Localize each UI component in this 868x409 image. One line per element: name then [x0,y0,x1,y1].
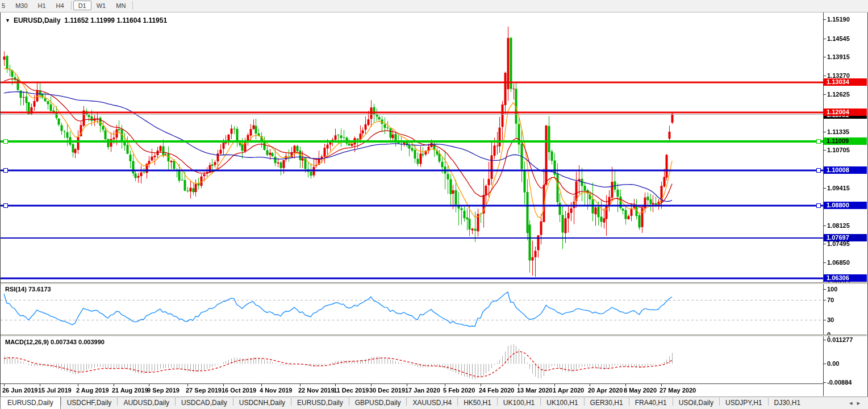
level-price-badge: 1.12004 [824,108,867,116]
date-axis-tick-label: 22 Nov 2019 [298,387,335,394]
date-axis-tick-label: 9 Sep 2019 [147,387,180,394]
chart-tab-uk100-h1[interactable]: UK100,H1 [541,397,583,408]
date-axis-tick-label: 5 Feb 2020 [443,387,475,394]
chart-tab-usdchf-daily[interactable]: USDCHF,Daily [61,397,118,408]
date-axis-tick-label: 24 Feb 2020 [479,387,514,394]
timeframe-button-d1[interactable]: D1 [73,1,91,10]
tabs-scroll-left-icon[interactable]: ◂ [849,399,857,406]
date-axis-tick-label: 13 Mar 2020 [517,387,552,394]
timeframe-toolbar: 5M30H1H4D1W1MN [0,0,868,12]
rsi-axis-tick-label: 70 [827,297,867,303]
pane-separator[interactable] [1,282,867,284]
chart-tab-audusd-daily[interactable]: AUDUSD,Daily [118,397,175,408]
date-axis-tick-label: 15 Jul 2019 [38,387,72,394]
chart-tab-dj30-h1[interactable]: DJ30,H1 [769,397,807,408]
chart-tab-xauusd-h4[interactable]: XAUUSD,H4 [407,397,457,408]
timeframe-button-m30[interactable]: M30 [10,1,32,10]
chart-tab-hk50-h1[interactable]: HK50,H1 [458,397,497,408]
level-price-badge: 1.11009 [824,137,867,145]
chart-dropdown-icon[interactable]: ▼ [5,18,10,23]
level-price-badge: 1.06306 [824,274,867,282]
macd-label: MACD(12,26,9) 0.007343 0.003990 [5,339,105,345]
price-axis-tick-label: 1.15190 [827,16,867,23]
chart-tab-usdcad-daily[interactable]: USDCAD,Daily [176,397,233,408]
price-axis-tick-label: 1.11335 [827,128,867,135]
chart-symbol-period: EURUSD,Daily [14,16,61,24]
level-price-badge: 1.07697 [824,234,867,241]
chart-tab-usdcnh-daily[interactable]: USDCNH,Daily [233,397,291,408]
pane-separator[interactable] [1,335,867,336]
chart-tab-eurusd-daily[interactable]: EURUSD,Daily [0,397,61,409]
timeframe-button-h1[interactable]: H1 [33,1,51,10]
date-axis-tick-label: 1 Apr 2020 [553,387,584,394]
macd-axis-tick-label: 0.00 [827,360,867,367]
date-axis-tick-label: 11 Dec 2019 [333,387,369,394]
toolbar-separator [132,1,133,10]
chart-tab-eurusd-daily[interactable]: EURUSD,Daily [291,397,349,408]
chart-tab-uk100-h1[interactable]: UK100,H1 [498,397,540,408]
chart-tab-ger30-h1[interactable]: GER30,H1 [585,397,629,408]
date-axis-tick-label: 27 May 2020 [660,387,696,394]
date-axis-tick-label: 27 Sep 2019 [186,387,222,394]
chart-title: ▼EURUSD,Daily 1.11652 1.11999 1.11604 1.… [5,16,167,24]
date-axis-tick-label: 2 Aug 2019 [76,387,109,394]
chart-tab-fra40-h1[interactable]: FRA40,H1 [629,397,673,408]
timeframe-button-mn[interactable]: MN [111,1,131,10]
level-price-badge: 1.13034 [824,78,867,86]
chart-tab-gbpusd-daily[interactable]: GBPUSD,Daily [349,397,407,408]
date-axis-tick-label: 21 Aug 2019 [112,387,148,394]
level-price-badge: 1.08800 [824,202,867,209]
price-axis-tick-label: 1.06850 [827,259,867,266]
macd-axis-tick-label: 0.011277 [827,336,867,343]
rsi-axis-tick-label: 30 [827,316,867,323]
date-axis-tick-label: 17 Jan 2020 [405,387,440,394]
date-axis-tick-label: 16 Oct 2019 [222,387,256,394]
price-axis-tick-label: 1.13915 [827,53,867,60]
timeframe-button-5[interactable]: 5 [0,1,10,10]
price-axis-tick-label: 1.09415 [827,185,867,191]
chart-canvas[interactable] [0,0,868,409]
chart-ohlc-values: 1.11652 1.11999 1.11604 1.11951 [64,16,167,24]
date-axis-tick-label: 30 Dec 2019 [369,387,405,394]
date-axis-tick-label: 20 Apr 2020 [588,387,623,394]
timeframe-button-w1[interactable]: W1 [91,1,111,10]
date-axis-tick-label: 26 Jun 2019 [2,387,37,394]
price-axis-tick-label: 1.10705 [827,147,867,153]
chart-tabs-bar: EURUSD,DailyUSDCHF,DailyAUDUSD,DailyUSDC… [0,397,868,409]
rsi-label: RSI(14) 73.6173 [5,286,51,293]
price-axis-tick-label: 1.08125 [827,222,867,229]
date-axis-tick-label: 4 Nov 2019 [260,387,292,394]
price-axis-tick-label: 1.12625 [827,91,867,98]
chart-tab-usdjpy-h1[interactable]: USDJPY,H1 [720,397,767,408]
timeframe-button-h4[interactable]: H4 [51,1,69,10]
price-axis-tick-label: 1.14545 [827,35,867,42]
macd-axis-tick-label: -0.00884 [827,379,867,386]
toolbar-separator [71,1,72,10]
tabs-scroll-right-icon[interactable]: ▸ [857,399,865,406]
chart-tab-usoil-daily[interactable]: USOil,Daily [673,397,719,408]
rsi-axis-tick-label: 100 [827,286,867,293]
date-axis-tick-label: 8 May 2020 [624,387,657,394]
level-price-badge: 1.10008 [824,166,867,174]
